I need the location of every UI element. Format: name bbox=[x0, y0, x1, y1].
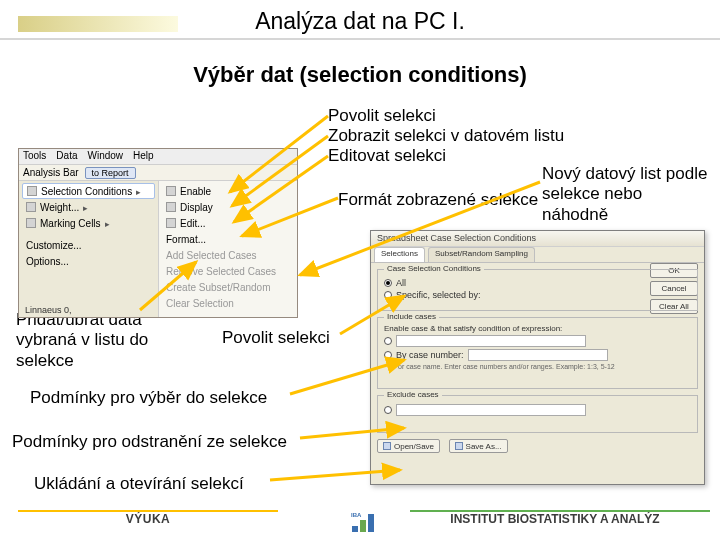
label-edit: Editovat selekci bbox=[328, 146, 446, 166]
group-include-legend: Include cases bbox=[384, 312, 439, 321]
label-addremove: Přidat/ubrat data vybraná v listu do sel… bbox=[16, 310, 186, 371]
excl-expr-row bbox=[384, 404, 691, 416]
analysis-bar: Analysis Bar to Report bbox=[19, 165, 297, 181]
mi-weight[interactable]: Weight... bbox=[22, 199, 155, 215]
menu-help[interactable]: Help bbox=[133, 150, 154, 163]
bycase-hint: or case name. Enter case numbers and/or … bbox=[398, 363, 691, 370]
group-enable-legend: Case Selection Conditions bbox=[384, 264, 484, 273]
label-include: Podmínky pro výběr do selekce bbox=[30, 388, 267, 408]
group-enable: Case Selection Conditions All Specific, … bbox=[377, 269, 698, 311]
mi-selection-conditions[interactable]: Selection Conditions bbox=[22, 183, 155, 199]
tab-subset[interactable]: Subset/Random Sampling bbox=[428, 247, 535, 262]
group-exclude: Exclude cases bbox=[377, 395, 698, 433]
save-as-button[interactable]: Save As... bbox=[449, 439, 508, 453]
to-report-pill[interactable]: to Report bbox=[85, 167, 136, 179]
selection-dialog: Spreadsheet Case Selection Conditions Se… bbox=[370, 230, 705, 485]
label-enable2: Povolit selekci bbox=[222, 328, 330, 348]
label-saveload: Ukládání a otevírání selekcí bbox=[34, 474, 244, 494]
weight-icon bbox=[26, 202, 36, 212]
mi-clear-selection: Clear Selection bbox=[162, 295, 294, 311]
mi-enable[interactable]: Enable bbox=[162, 183, 294, 199]
footer-left: VÝUKA bbox=[18, 512, 278, 530]
tab-selections[interactable]: Selections bbox=[374, 247, 425, 262]
mark-icon bbox=[26, 218, 36, 228]
eye-icon bbox=[166, 202, 176, 212]
mi-customize[interactable]: Customize... bbox=[22, 237, 155, 253]
folder-icon bbox=[383, 442, 391, 450]
title-rule bbox=[0, 38, 720, 40]
menu-window[interactable]: Window bbox=[87, 150, 123, 163]
bycase-row: By case number: bbox=[384, 349, 691, 361]
mi-edit[interactable]: Edit... bbox=[162, 215, 294, 231]
menubar: Tools Data Window Help bbox=[19, 149, 297, 165]
mi-display[interactable]: Display bbox=[162, 199, 294, 215]
label-exclude: Podmínky pro odstranění ze selekce bbox=[12, 432, 287, 452]
radio-all[interactable]: All bbox=[384, 278, 691, 288]
label-format: Formát zobrazené selekce bbox=[338, 190, 538, 210]
menu-data[interactable]: Data bbox=[56, 150, 77, 163]
disk-icon bbox=[455, 442, 463, 450]
expression-input[interactable] bbox=[396, 335, 586, 347]
mi-options[interactable]: Options... bbox=[22, 253, 155, 269]
mi-format[interactable]: Format... bbox=[162, 231, 294, 247]
dialog-tabs: Selections Subset/Random Sampling bbox=[371, 247, 704, 263]
mi-remove-selected: Remove Selected Cases bbox=[162, 263, 294, 279]
slide-title: Analýza dat na PC I. bbox=[0, 8, 720, 35]
analysis-bar-label: Analysis Bar bbox=[23, 167, 79, 178]
filter-icon bbox=[27, 186, 37, 196]
label-enable: Povolit selekci bbox=[328, 106, 436, 126]
excl-expr-input[interactable] bbox=[396, 404, 586, 416]
mi-add-selected: Add Selected Cases bbox=[162, 247, 294, 263]
menu-right-column: Enable Display Edit... Format... Add Sel… bbox=[158, 181, 297, 317]
radio-specific[interactable]: Specific, selected by: bbox=[384, 290, 691, 300]
group-include: Include cases Enable case & that satisfy… bbox=[377, 317, 698, 389]
iba-logo: IBA bbox=[352, 512, 382, 532]
mi-marking[interactable]: Marking Cells bbox=[22, 215, 155, 231]
label-newsheet: Nový datový list podle selekce nebo náho… bbox=[542, 164, 712, 225]
bycase-input[interactable] bbox=[468, 349, 608, 361]
pencil-icon bbox=[166, 218, 176, 228]
label-display: Zobrazit selekci v datovém listu bbox=[328, 126, 564, 146]
slide-subtitle: Výběr dat (selection conditions) bbox=[0, 62, 720, 88]
expr-row bbox=[384, 335, 691, 347]
dialog-caption: Spreadsheet Case Selection Conditions bbox=[371, 231, 704, 247]
expr-label: Enable case & that satisfy condition of … bbox=[384, 324, 691, 333]
open-save-button[interactable]: Open/Save bbox=[377, 439, 440, 453]
footer-right: INSTITUT BIOSTATISTIKY A ANALÝZ bbox=[410, 512, 700, 530]
status-extra: Linnaeus 0, bbox=[25, 305, 72, 315]
group-exclude-legend: Exclude cases bbox=[384, 390, 442, 399]
statistica-menu-screenshot: Tools Data Window Help Analysis Bar to R… bbox=[18, 148, 298, 318]
menu-left-column: Selection Conditions Weight... Marking C… bbox=[19, 181, 158, 317]
menu-tools[interactable]: Tools bbox=[23, 150, 46, 163]
mi-create-subset: Create Subset/Random bbox=[162, 279, 294, 295]
check-icon bbox=[166, 186, 176, 196]
